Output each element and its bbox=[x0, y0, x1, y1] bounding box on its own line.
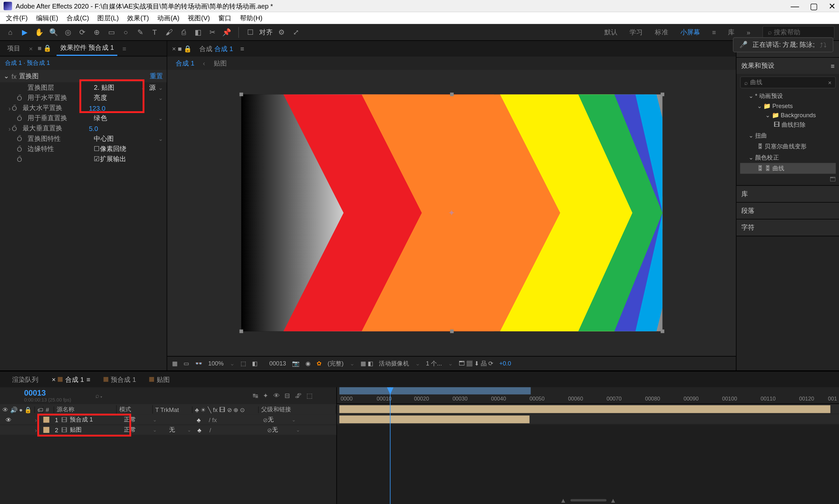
camera-icon[interactable]: 📷 bbox=[292, 360, 299, 367]
footer-icon[interactable]: 🗔 ▦ ⬇ 品 ⟳ bbox=[459, 359, 493, 368]
footer-res[interactable]: (完整) bbox=[328, 359, 344, 368]
orbit-tool-icon[interactable]: ◎ bbox=[63, 27, 73, 38]
close-tab-icon[interactable]: × bbox=[29, 45, 33, 52]
footer-icon[interactable]: ▦ bbox=[172, 360, 178, 367]
tree-presets[interactable]: ⌄ 📁 Presets bbox=[740, 102, 836, 111]
track-row-1[interactable] bbox=[337, 404, 839, 414]
timeline-tracks[interactable]: 0000 00010 00020 00030 00040 00050 00060… bbox=[337, 387, 839, 504]
minimize-button[interactable]: — bbox=[791, 1, 799, 11]
workspace-menu-icon[interactable]: ≡ bbox=[712, 29, 716, 36]
paragraph-panel-header[interactable]: 段落 bbox=[736, 203, 839, 219]
effect-header[interactable]: ⌄ fx 置换图 重置 bbox=[0, 70, 167, 83]
color-icon[interactable]: ✿ bbox=[317, 360, 321, 367]
footer-icon[interactable]: ⬚ bbox=[241, 360, 246, 367]
effects-panel-footer-icon[interactable]: 🗔 bbox=[740, 176, 836, 183]
more-icon[interactable]: » bbox=[747, 29, 750, 36]
workspace-default[interactable]: 默认 bbox=[604, 28, 617, 37]
footer-icon[interactable]: ◧ bbox=[252, 360, 258, 367]
current-time[interactable]: 00013 bbox=[24, 389, 71, 398]
selection-tool-icon[interactable]: ▶ bbox=[19, 27, 30, 38]
footer-exposure[interactable]: +0.0 bbox=[499, 360, 511, 367]
zoom-out-icon[interactable]: ▲ bbox=[560, 497, 567, 504]
close-comp-tab-icon[interactable]: × ■ 🔒 bbox=[172, 45, 192, 53]
close-button[interactable]: ✕ bbox=[828, 1, 836, 11]
roto-tool-icon[interactable]: ✂ bbox=[207, 27, 218, 38]
menu-edit[interactable]: 编辑(E) bbox=[36, 14, 58, 23]
effect-breadcrumb[interactable]: 合成 1 · 预合成 1 bbox=[0, 57, 167, 70]
snap-options-icon[interactable]: ⚙ bbox=[276, 27, 287, 38]
ellipse-tool-icon[interactable]: ○ bbox=[120, 27, 131, 38]
notification-arrow-icon[interactable]: ⤴⤵ bbox=[820, 41, 827, 49]
tab-project[interactable]: 项目 bbox=[4, 41, 24, 55]
track-row-2[interactable] bbox=[337, 414, 839, 425]
rect-tool-icon[interactable]: ▭ bbox=[106, 27, 117, 38]
tree-backgrounds[interactable]: ⌄ 📁 Backgrounds bbox=[740, 111, 836, 120]
character-panel-header[interactable]: 字符 bbox=[736, 219, 839, 236]
workspace-small-screen[interactable]: 小屏幕 bbox=[680, 28, 700, 37]
comp-panel-menu-icon[interactable]: ≡ bbox=[240, 45, 244, 52]
home-tool-icon[interactable]: ⌂ bbox=[5, 27, 16, 38]
tab-comp1[interactable]: × 合成 1 ≡ bbox=[48, 372, 94, 386]
clear-search-icon[interactable]: × bbox=[828, 79, 832, 86]
stopwatch-icon[interactable]: Ő bbox=[17, 135, 24, 142]
effects-presets-header[interactable]: 效果和预设≡ bbox=[736, 58, 839, 74]
menu-file[interactable]: 文件(F) bbox=[6, 14, 28, 23]
expand-icon[interactable]: ⤢ bbox=[291, 27, 301, 38]
help-search-input[interactable]: ⌕ 搜索帮助 bbox=[762, 26, 834, 39]
visibility-icon[interactable]: 👁 bbox=[0, 416, 17, 423]
zoom-tool-icon[interactable]: 🔍 bbox=[48, 27, 59, 38]
footer-views[interactable]: 1 个... bbox=[426, 359, 442, 368]
tab-render-queue[interactable]: 渲染队列 bbox=[8, 372, 42, 386]
footer-icon[interactable]: ▭ bbox=[183, 360, 189, 367]
layer-row-2[interactable]: › 2 🎞 贴图 正常⌄ 无⌄ ♣/ ⊘ 无⌄ bbox=[0, 425, 336, 435]
footer-camera[interactable]: 活动摄像机 bbox=[379, 359, 409, 368]
tree-curve-sweep[interactable]: 🎞 曲线扫除 bbox=[740, 120, 836, 130]
workspace-learn[interactable]: 学习 bbox=[630, 28, 643, 37]
tree-anim-presets[interactable]: ⌄ * 动画预设 bbox=[740, 91, 836, 102]
footer-icon[interactable]: 👓 bbox=[195, 360, 202, 367]
pen-tool-icon[interactable]: ✎ bbox=[135, 27, 145, 38]
menu-help[interactable]: 帮助(H) bbox=[240, 14, 262, 23]
timeline-ruler[interactable]: 0000 00010 00020 00030 00040 00050 00060… bbox=[337, 387, 839, 404]
stamp-tool-icon[interactable]: ⎙ bbox=[178, 27, 189, 38]
layer-row-1[interactable]: 👁 › 1 🎞 预合成 1 正常⌄ ♣/ fx ⊘ 无⌄ bbox=[0, 415, 336, 425]
menu-animation[interactable]: 动画(A) bbox=[157, 14, 179, 23]
menu-view[interactable]: 视图(V) bbox=[188, 14, 210, 23]
stopwatch-icon[interactable]: Ő bbox=[17, 114, 24, 122]
library-label[interactable]: 库 bbox=[728, 28, 734, 37]
tl-tool-icon[interactable]: 👁 bbox=[273, 392, 280, 399]
timeline-search-icon[interactable]: ⌕▾ bbox=[95, 392, 104, 399]
comp-viewer[interactable]: ✦ bbox=[167, 70, 736, 356]
tree-curves[interactable]: 🎛 🎛 曲线 bbox=[740, 163, 836, 174]
comp-tab[interactable]: 合成 1 bbox=[214, 45, 233, 52]
puppet-tool-icon[interactable]: 📌 bbox=[222, 27, 232, 38]
snap-checkbox[interactable]: ☐ bbox=[245, 27, 256, 38]
menu-composition[interactable]: 合成(C) bbox=[67, 14, 89, 23]
tl-tool-icon[interactable]: ⬚ bbox=[307, 392, 312, 399]
panel-menu-icon[interactable]: ≡ bbox=[122, 45, 126, 52]
footer-icon[interactable]: ▦ ◧ bbox=[361, 360, 373, 367]
eraser-tool-icon[interactable]: ◧ bbox=[193, 27, 204, 38]
library-panel-header[interactable]: 库 bbox=[736, 186, 839, 202]
tab-texture[interactable]: 贴图 bbox=[146, 372, 173, 386]
tl-tool-icon[interactable]: ⊟ bbox=[284, 392, 290, 399]
effects-search-input[interactable]: ⌕ 曲线 × bbox=[740, 76, 836, 88]
menu-layer[interactable]: 图层(L) bbox=[97, 14, 119, 23]
maximize-button[interactable]: ▢ bbox=[810, 1, 818, 11]
effect-reset[interactable]: 重置 bbox=[150, 71, 163, 80]
type-tool-icon[interactable]: T bbox=[149, 27, 160, 38]
stopwatch-icon[interactable]: Ő bbox=[17, 156, 24, 163]
tree-bezier[interactable]: 🎛 贝塞尔曲线变形 bbox=[740, 141, 836, 152]
footer-time[interactable]: 00013 bbox=[269, 360, 286, 367]
stopwatch-icon[interactable]: Ő bbox=[17, 94, 24, 101]
comp-crumb-2[interactable]: 贴图 bbox=[214, 59, 227, 68]
tree-color-correct[interactable]: ⌄ 颜色校正 bbox=[740, 152, 836, 163]
rotate-tool-icon[interactable]: ⟳ bbox=[77, 27, 88, 38]
tl-tool-icon[interactable]: ✦ bbox=[263, 392, 268, 399]
lock-icon[interactable]: ■ 🔒 bbox=[38, 44, 52, 52]
snapshot-icon[interactable]: ◉ bbox=[305, 360, 311, 367]
brush-tool-icon[interactable]: 🖌 bbox=[163, 27, 174, 38]
workspace-standard[interactable]: 标准 bbox=[655, 28, 668, 37]
tree-distort[interactable]: ⌄ 扭曲 bbox=[740, 130, 836, 141]
zoom-value[interactable]: 100% bbox=[208, 360, 224, 367]
